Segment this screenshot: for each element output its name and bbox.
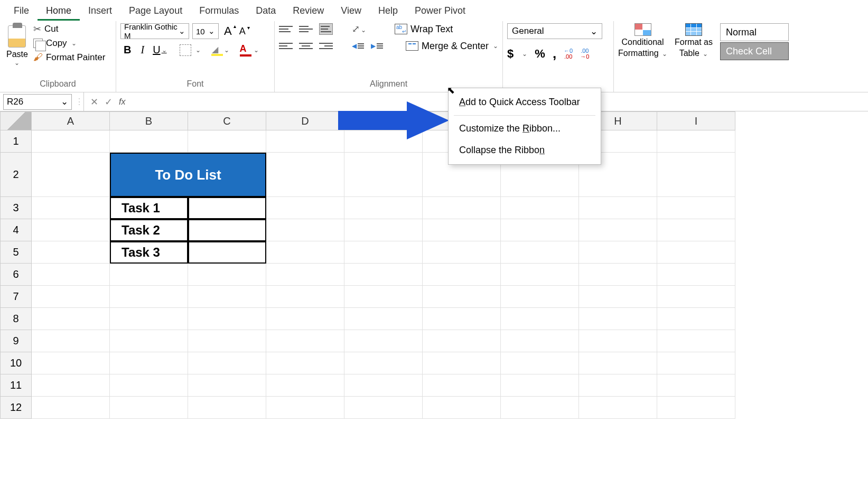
- cell-E10[interactable]: [344, 352, 423, 374]
- grow-font-button[interactable]: A▴: [222, 24, 234, 38]
- row-header-12[interactable]: 12: [0, 397, 32, 419]
- cell-C10[interactable]: [188, 352, 266, 374]
- format-painter-button[interactable]: 🖌 Format Painter: [33, 52, 105, 63]
- cell-F11[interactable]: [423, 374, 501, 397]
- col-header-b[interactable]: B: [110, 111, 188, 130]
- cell-F10[interactable]: [423, 352, 501, 374]
- cell-task-2[interactable]: Task 2: [110, 219, 188, 241]
- cell-style-normal[interactable]: Normal: [720, 23, 789, 41]
- cell-G12[interactable]: [501, 397, 579, 419]
- tab-power-pivot[interactable]: Power Pivot: [406, 1, 474, 21]
- cell-D10[interactable]: [266, 352, 344, 374]
- cell-D5[interactable]: [266, 241, 344, 264]
- cell-task-1[interactable]: Task 1: [110, 197, 188, 219]
- cell-I8[interactable]: [657, 308, 735, 330]
- cell-B6[interactable]: [110, 264, 188, 286]
- fx-icon[interactable]: fx: [119, 97, 125, 107]
- select-all-corner[interactable]: [0, 111, 32, 130]
- cancel-formula-button[interactable]: ✕: [90, 96, 98, 108]
- cell-todo-header[interactable]: To Do List: [110, 153, 266, 197]
- cell-F3[interactable]: [423, 197, 501, 219]
- tab-page-layout[interactable]: Page Layout: [120, 1, 191, 21]
- cell-F6[interactable]: [423, 264, 501, 286]
- cell-H6[interactable]: [579, 264, 657, 286]
- cell-I11[interactable]: [657, 374, 735, 397]
- row-header-3[interactable]: 3: [0, 197, 32, 219]
- cell-D11[interactable]: [266, 374, 344, 397]
- cell-G8[interactable]: [501, 308, 579, 330]
- font-color-button[interactable]: A ⌄: [240, 43, 259, 57]
- row-header-7[interactable]: 7: [0, 286, 32, 308]
- cell-H3[interactable]: [579, 197, 657, 219]
- cell-D3[interactable]: [266, 197, 344, 219]
- menu-add-to-qat[interactable]: Add to Quick Access Toolbar: [449, 91, 601, 113]
- cell-B9[interactable]: [110, 330, 188, 352]
- cell-C7[interactable]: [188, 286, 266, 308]
- name-box[interactable]: R26 ⌄: [3, 94, 72, 110]
- cell-task-status-3[interactable]: [188, 241, 266, 264]
- tab-help[interactable]: Help: [370, 1, 406, 21]
- cell-F7[interactable]: [423, 286, 501, 308]
- cell-A4[interactable]: [32, 219, 110, 241]
- cell-H4[interactable]: [579, 219, 657, 241]
- cell-I4[interactable]: [657, 219, 735, 241]
- row-header-8[interactable]: 8: [0, 308, 32, 330]
- cell-G6[interactable]: [501, 264, 579, 286]
- cell-C12[interactable]: [188, 397, 266, 419]
- cell-I6[interactable]: [657, 264, 735, 286]
- cell-I1[interactable]: [657, 130, 735, 153]
- cell-H5[interactable]: [579, 241, 657, 264]
- align-left-button[interactable]: [279, 40, 293, 52]
- comma-format-button[interactable]: ,: [553, 45, 556, 62]
- cell-I10[interactable]: [657, 352, 735, 374]
- cell-A7[interactable]: [32, 286, 110, 308]
- cell-D7[interactable]: [266, 286, 344, 308]
- increase-indent-button[interactable]: ▶: [371, 41, 384, 51]
- cell-E12[interactable]: [344, 397, 423, 419]
- col-header-d[interactable]: D: [266, 111, 344, 130]
- tab-data[interactable]: Data: [247, 1, 284, 21]
- cell-E6[interactable]: [344, 264, 423, 286]
- fill-color-button[interactable]: ⌄: [211, 44, 229, 56]
- cell-C8[interactable]: [188, 308, 266, 330]
- cell-G7[interactable]: [501, 286, 579, 308]
- accounting-format-button[interactable]: $: [507, 47, 514, 61]
- increase-decimal-button[interactable]: ←0.00: [564, 48, 573, 60]
- cell-E9[interactable]: [344, 330, 423, 352]
- cell-A12[interactable]: [32, 397, 110, 419]
- cell-F4[interactable]: [423, 219, 501, 241]
- cell-I9[interactable]: [657, 330, 735, 352]
- col-header-a[interactable]: A: [32, 111, 110, 130]
- chevron-down-icon[interactable]: ⌄: [522, 50, 527, 58]
- tab-view[interactable]: View: [332, 1, 370, 21]
- cell-B1[interactable]: [110, 130, 188, 153]
- cell-C6[interactable]: [188, 264, 266, 286]
- font-size-select[interactable]: 10 ⌄: [192, 23, 219, 39]
- cell-E2[interactable]: [344, 153, 423, 197]
- row-header-9[interactable]: 9: [0, 330, 32, 352]
- cell-style-check-cell[interactable]: Check Cell: [720, 42, 789, 60]
- cell-H12[interactable]: [579, 397, 657, 419]
- merge-center-button[interactable]: Merge & Center ⌄: [406, 41, 498, 52]
- cell-H8[interactable]: [579, 308, 657, 330]
- align-middle-button[interactable]: [299, 23, 313, 35]
- copy-dropdown-icon[interactable]: ⌄: [71, 40, 77, 47]
- align-top-button[interactable]: [279, 23, 293, 35]
- cell-A6[interactable]: [32, 264, 110, 286]
- cell-G10[interactable]: [501, 352, 579, 374]
- bold-button[interactable]: B: [120, 44, 134, 56]
- row-header-5[interactable]: 5: [0, 241, 32, 264]
- cell-F9[interactable]: [423, 330, 501, 352]
- number-format-select[interactable]: General ⌄: [507, 23, 602, 39]
- percent-format-button[interactable]: %: [535, 47, 545, 61]
- font-name-select[interactable]: Franklin Gothic M ⌄: [120, 23, 189, 39]
- col-header-c[interactable]: C: [188, 111, 266, 130]
- cell-A10[interactable]: [32, 352, 110, 374]
- orientation-button[interactable]: ⤢⌄: [352, 23, 366, 35]
- menu-customize-ribbon[interactable]: Customize the Ribbon...: [449, 118, 601, 139]
- cell-E3[interactable]: [344, 197, 423, 219]
- cell-I7[interactable]: [657, 286, 735, 308]
- row-header-1[interactable]: 1: [0, 130, 32, 153]
- cell-B7[interactable]: [110, 286, 188, 308]
- cell-H7[interactable]: [579, 286, 657, 308]
